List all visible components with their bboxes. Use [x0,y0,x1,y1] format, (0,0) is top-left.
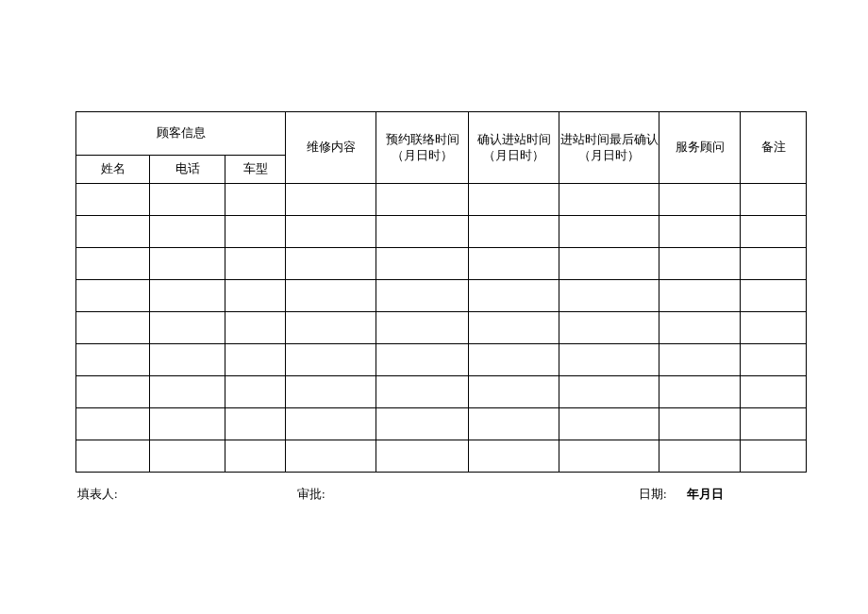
cell-advisor [659,312,741,344]
cell-note [741,312,807,344]
cell-final [559,440,659,473]
cell-final [559,408,659,440]
footer-date-label: 日期: [639,486,667,503]
footer-date-value: 年月日 [687,486,724,503]
header-reserve-time: 预约联络时间（月日时） [376,112,469,184]
header-name: 姓名 [76,156,150,184]
cell-final [559,344,659,376]
cell-confirm [469,248,559,280]
table-row [76,280,807,312]
footer-row: 填表人: 审批: 日期: 年月日 [75,486,807,505]
table-row [76,184,807,216]
cell-model [225,440,286,473]
cell-content [286,408,376,440]
table-row [76,216,807,248]
cell-phone [150,312,225,344]
cell-reserve [376,280,469,312]
cell-name [76,312,150,344]
header-entry-final-confirm: 进站时间最后确认（月日时） [559,112,659,184]
cell-advisor [659,440,741,473]
cell-reserve [376,312,469,344]
header-note: 备注 [741,112,807,184]
cell-name [76,248,150,280]
cell-note [741,184,807,216]
cell-model [225,248,286,280]
cell-model [225,280,286,312]
cell-confirm [469,312,559,344]
cell-confirm [469,344,559,376]
cell-advisor [659,184,741,216]
footer-preparer-label: 填表人: [77,486,118,503]
cell-name [76,184,150,216]
cell-advisor [659,248,741,280]
cell-note [741,280,807,312]
cell-model [225,408,286,440]
header-confirm-entry-time: 确认进站时间（月日时） [469,112,559,184]
cell-note [741,216,807,248]
cell-note [741,376,807,408]
cell-final [559,280,659,312]
cell-model [225,216,286,248]
table-row [76,248,807,280]
cell-name [76,344,150,376]
cell-model [225,376,286,408]
cell-final [559,216,659,248]
cell-content [286,376,376,408]
header-phone: 电话 [150,156,225,184]
cell-advisor [659,376,741,408]
cell-content [286,216,376,248]
cell-final [559,312,659,344]
cell-name [76,216,150,248]
table-row [76,344,807,376]
cell-phone [150,344,225,376]
table-row [76,312,807,344]
cell-model [225,184,286,216]
cell-advisor [659,408,741,440]
cell-confirm [469,408,559,440]
cell-advisor [659,216,741,248]
header-car-model: 车型 [225,156,286,184]
cell-phone [150,408,225,440]
cell-name [76,376,150,408]
cell-name [76,440,150,473]
cell-model [225,312,286,344]
table-body [76,184,807,473]
cell-reserve [376,440,469,473]
cell-advisor [659,280,741,312]
table-row [76,376,807,408]
cell-phone [150,376,225,408]
cell-note [741,248,807,280]
cell-phone [150,440,225,473]
cell-note [741,408,807,440]
cell-final [559,184,659,216]
cell-confirm [469,280,559,312]
cell-phone [150,248,225,280]
cell-confirm [469,440,559,473]
cell-reserve [376,184,469,216]
cell-confirm [469,216,559,248]
header-repair-content: 维修内容 [286,112,376,184]
cell-advisor [659,344,741,376]
header-customer-info-group: 顾客信息 [76,112,286,156]
cell-note [741,344,807,376]
cell-final [559,248,659,280]
cell-phone [150,216,225,248]
table-row [76,408,807,440]
cell-note [741,440,807,473]
cell-confirm [469,184,559,216]
cell-reserve [376,376,469,408]
cell-content [286,280,376,312]
cell-name [76,408,150,440]
cell-content [286,312,376,344]
cell-content [286,184,376,216]
cell-final [559,376,659,408]
cell-model [225,344,286,376]
cell-content [286,344,376,376]
cell-reserve [376,248,469,280]
cell-content [286,248,376,280]
main-table: 顾客信息 维修内容 预约联络时间（月日时） 确认进站时间（月日时） 进站时间最后… [75,111,807,473]
footer-approve-label: 审批: [297,486,326,503]
cell-phone [150,184,225,216]
cell-reserve [376,408,469,440]
header-service-advisor: 服务顾问 [659,112,741,184]
